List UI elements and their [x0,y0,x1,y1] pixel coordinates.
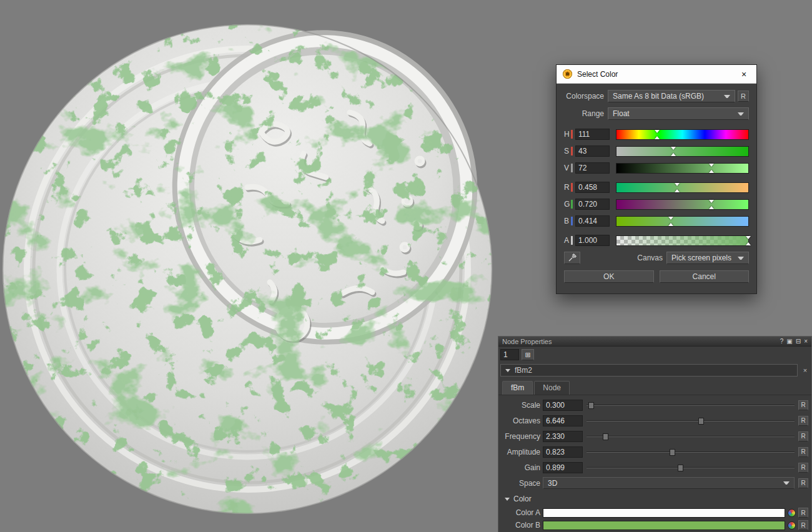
slider-handle[interactable] [709,164,714,167]
channel-indicator [571,236,573,245]
channel-row-s: S [564,145,749,157]
close-icon[interactable]: × [804,337,808,346]
node-header-fbm2[interactable]: fBm2 [500,364,798,377]
r-value-input[interactable] [575,182,610,193]
collapse-triangle-icon [505,369,510,372]
v-gradient-slider[interactable] [616,163,749,174]
canvas-label: Canvas [637,254,663,262]
slider-handle[interactable] [671,153,676,156]
range-dropdown[interactable]: Float [608,107,749,120]
param-row-amplitude: Amplitude R [498,444,811,460]
locate-node-button[interactable]: ⊞ [522,349,534,360]
cancel-button[interactable]: Cancel [660,270,750,283]
panel-titlebar[interactable]: Node Properties ? ▣ ⊟ × [498,337,811,347]
a-gradient-slider[interactable] [616,235,749,246]
color-picker-icon[interactable] [788,509,796,517]
reset-octaves-button[interactable]: R [798,416,808,426]
reset-scale-button[interactable]: R [798,400,808,410]
b-gradient-slider[interactable] [616,216,749,227]
scale-slider[interactable] [587,400,795,411]
color-section-header[interactable]: Color [498,491,811,506]
color-b-swatch[interactable] [543,521,785,530]
slider-handle[interactable] [671,147,676,150]
octaves-value-input[interactable] [543,415,583,426]
slider-thumb[interactable] [670,449,675,456]
h-value-input[interactable] [575,129,610,140]
v-value-input[interactable] [575,162,610,174]
param-row-gain: Gain R [498,460,811,475]
colorspace-label: Colorspace [564,92,604,101]
amplitude-slider[interactable] [587,446,795,458]
tab-fbm[interactable]: fBm [502,381,533,395]
color-row-a: Color A R [498,506,811,519]
slider-thumb[interactable] [603,433,608,440]
channel-indicator [571,217,573,225]
slider-thumb[interactable] [678,465,683,471]
slider-handle[interactable] [709,200,714,203]
gain-slider[interactable] [587,462,795,473]
range-label: Range [564,109,604,118]
node-index-input[interactable] [500,349,519,360]
channel-row-r: R [564,182,749,193]
slider-handle[interactable] [709,206,714,209]
channel-indicator [571,183,573,192]
reset-space-button[interactable]: R [798,478,808,488]
viewport-3d[interactable]: Select Color × Colorspace Same As 8 bit … [0,0,812,532]
g-value-input[interactable] [575,199,610,210]
slider-handle[interactable] [675,183,680,186]
remove-node-icon[interactable]: × [801,367,810,374]
app-color-icon [563,69,572,79]
slider-handle[interactable] [668,217,673,220]
node-name: fBm2 [515,366,532,375]
chevron-down-icon [738,112,744,118]
eyedropper-button[interactable] [564,252,580,264]
channel-row-g: G [564,199,749,210]
reset-amplitude-button[interactable]: R [798,447,808,457]
chevron-down-icon [724,95,730,101]
slider-thumb[interactable] [588,402,594,409]
reset-gain-button[interactable]: R [798,463,808,473]
color-a-swatch[interactable] [543,508,785,518]
color-picker-icon[interactable] [788,521,796,530]
scale-value-input[interactable] [543,400,583,411]
dock-icon[interactable]: ▣ [786,337,792,346]
canvas-dropdown[interactable]: Pick screen pixels [666,252,749,264]
node-properties-panel: Node Properties ? ▣ ⊟ × ⊞ fBm2 × fBm Nod… [498,336,812,532]
a-value-input[interactable] [575,235,610,246]
help-icon[interactable]: ? [780,337,784,346]
channel-row-h: H [564,129,749,140]
close-icon[interactable]: × [738,69,750,79]
slider-handle[interactable] [746,236,751,239]
channel-indicator [571,200,573,209]
frequency-value-input[interactable] [543,431,583,442]
s-value-input[interactable] [575,145,610,157]
channel-row-a: A [564,235,749,246]
slider-handle[interactable] [746,242,751,245]
slider-thumb[interactable] [698,418,704,425]
h-gradient-slider[interactable] [616,129,749,140]
slider-handle[interactable] [655,136,660,139]
amplitude-value-input[interactable] [543,446,583,458]
reset-colorspace-button[interactable]: R [738,91,749,102]
ok-button[interactable]: OK [564,270,654,283]
reset-color-a-button[interactable]: R [798,508,808,518]
space-dropdown[interactable]: 3D [543,477,795,489]
reset-frequency-button[interactable]: R [798,431,808,441]
material-preview-sphere[interactable] [0,0,500,532]
colorspace-dropdown[interactable]: Same As 8 bit Data (sRGB) [608,90,735,102]
slider-handle[interactable] [709,170,714,173]
slider-handle[interactable] [655,130,660,133]
frequency-slider[interactable] [587,431,795,442]
octaves-slider[interactable] [587,415,795,426]
dialog-titlebar[interactable]: Select Color × [557,65,756,84]
minimize-icon[interactable]: ⊟ [796,337,801,346]
r-gradient-slider[interactable] [616,182,749,193]
g-gradient-slider[interactable] [616,199,749,210]
tab-node[interactable]: Node [534,381,570,395]
reset-color-b-button[interactable]: R [798,520,808,530]
slider-handle[interactable] [675,189,680,192]
s-gradient-slider[interactable] [616,146,749,157]
gain-value-input[interactable] [543,462,583,473]
b-value-input[interactable] [575,215,610,227]
slider-handle[interactable] [668,223,673,226]
